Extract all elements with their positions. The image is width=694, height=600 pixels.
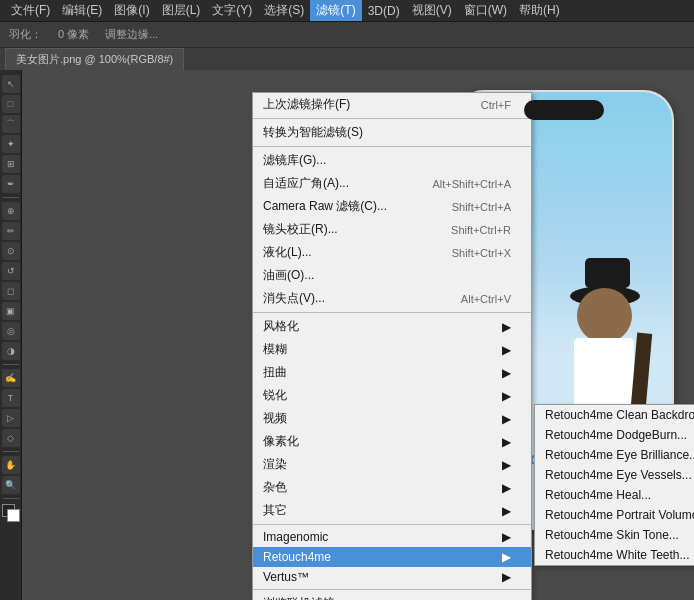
filter-adaptive[interactable]: 自适应广角(A)... Alt+Shift+Ctrl+A — [253, 172, 531, 195]
tool-pen[interactable]: ✍ — [2, 369, 20, 387]
filter-liquefy[interactable]: 液化(L)... Shift+Ctrl+X — [253, 241, 531, 264]
menu-item-3d[interactable]: 3D(D) — [362, 2, 406, 20]
menu-item-help[interactable]: 帮助(H) — [513, 0, 566, 21]
retouch-skin-tone[interactable]: Retouch4me Skin Tone... — [535, 525, 694, 545]
filter-vertus[interactable]: Vertus™ ▶ — [253, 567, 531, 587]
toolbar-feather-label: 羽化： — [5, 25, 46, 44]
filter-distort[interactable]: 扭曲 ▶ — [253, 361, 531, 384]
filter-last-label: 上次滤镜操作(F) — [263, 96, 350, 113]
retouch-portrait-volumes-label: Retouch4me Portrait Volumes... — [545, 508, 694, 522]
filter-last-shortcut: Ctrl+F — [481, 99, 511, 111]
chevron-right-icon-vertus: ▶ — [502, 570, 511, 584]
sep-1 — [253, 118, 531, 119]
filter-video-label: 视频 — [263, 410, 287, 427]
tool-move[interactable]: ↖ — [2, 75, 20, 93]
tool-hand[interactable]: ✋ — [2, 456, 20, 474]
filter-last[interactable]: 上次滤镜操作(F) Ctrl+F — [253, 93, 531, 116]
tool-divider-1 — [3, 197, 19, 198]
tool-stamp[interactable]: ⊙ — [2, 242, 20, 260]
tool-eraser[interactable]: ◻ — [2, 282, 20, 300]
tool-dodge[interactable]: ◑ — [2, 342, 20, 360]
filter-adaptive-shortcut: Alt+Shift+Ctrl+A — [432, 178, 511, 190]
filter-oilpaint[interactable]: 油画(O)... — [253, 264, 531, 287]
filter-sharpen-label: 锐化 — [263, 387, 287, 404]
filter-smart[interactable]: 转换为智能滤镜(S) — [253, 121, 531, 144]
tool-zoom[interactable]: 🔍 — [2, 476, 20, 494]
sep-2 — [253, 146, 531, 147]
chevron-right-icon-noise: ▶ — [502, 481, 511, 495]
filter-pixelate[interactable]: 像素化 ▶ — [253, 430, 531, 453]
menu-item-filter[interactable]: 滤镜(T) — [310, 0, 361, 21]
filter-gallery[interactable]: 滤镜库(G)... — [253, 149, 531, 172]
chevron-right-icon-other: ▶ — [502, 504, 511, 518]
filter-noise[interactable]: 杂色 ▶ — [253, 476, 531, 499]
filter-imagenomic[interactable]: Imagenomic ▶ — [253, 527, 531, 547]
tool-lasso[interactable]: ⌒ — [2, 115, 20, 133]
retouch-eye-brilliance[interactable]: Retouch4me Eye Brilliance... — [535, 445, 694, 465]
filter-blur[interactable]: 模糊 ▶ — [253, 338, 531, 361]
filter-camera-raw-shortcut: Shift+Ctrl+A — [452, 201, 511, 213]
tool-shape[interactable]: ◇ — [2, 429, 20, 447]
tool-eyedropper[interactable]: ✒ — [2, 175, 20, 193]
menu-item-layer[interactable]: 图层(L) — [156, 0, 207, 21]
color-boxes[interactable] — [2, 504, 20, 522]
filter-other-label: 其它 — [263, 502, 287, 519]
filter-browse[interactable]: 浏览联机滤镜... — [253, 592, 531, 600]
filter-browse-label: 浏览联机滤镜... — [263, 595, 345, 600]
chevron-right-icon-imagenomic: ▶ — [502, 530, 511, 544]
workspace: ↖ □ ⌒ ✦ ⊞ ✒ ⊕ ✏ ⊙ ↺ ◻ ▣ ◎ ◑ ✍ T ▷ ◇ ✋ 🔍 — [0, 70, 694, 600]
filter-lens[interactable]: 镜头校正(R)... Shift+Ctrl+R — [253, 218, 531, 241]
menu-item-edit[interactable]: 编辑(E) — [56, 0, 108, 21]
tool-heal[interactable]: ⊕ — [2, 202, 20, 220]
tool-blur[interactable]: ◎ — [2, 322, 20, 340]
menu-item-select[interactable]: 选择(S) — [258, 0, 310, 21]
menu-item-text[interactable]: 文字(Y) — [206, 0, 258, 21]
menu-item-view[interactable]: 视图(V) — [406, 0, 458, 21]
tool-wand[interactable]: ✦ — [2, 135, 20, 153]
menu-item-image[interactable]: 图像(I) — [108, 0, 155, 21]
tool-divider-2 — [3, 364, 19, 365]
toolbar-refine-edge[interactable]: 调整边缘... — [101, 25, 162, 44]
filter-other[interactable]: 其它 ▶ — [253, 499, 531, 522]
menu-item-file[interactable]: 文件(F) — [5, 0, 56, 21]
tool-history[interactable]: ↺ — [2, 262, 20, 280]
menu-item-window[interactable]: 窗口(W) — [458, 0, 513, 21]
retouch-dodgeburn[interactable]: Retouch4me DodgeBurn... — [535, 425, 694, 445]
retouch-clean-backdrop[interactable]: Retouch4me Clean Backdrop... — [535, 405, 694, 425]
retouch-portrait-volumes[interactable]: Retouch4me Portrait Volumes... — [535, 505, 694, 525]
filter-video[interactable]: 视频 ▶ — [253, 407, 531, 430]
filter-sharpen[interactable]: 锐化 ▶ — [253, 384, 531, 407]
phone-notch — [524, 100, 604, 120]
filter-noise-label: 杂色 — [263, 479, 287, 496]
filter-stylize[interactable]: 风格化 ▶ — [253, 315, 531, 338]
tool-marquee[interactable]: □ — [2, 95, 20, 113]
background-color[interactable] — [7, 509, 20, 522]
tool-divider-4 — [3, 498, 19, 499]
retouch-eye-vessels-label: Retouch4me Eye Vessels... — [545, 468, 692, 482]
filter-render[interactable]: 渲染 ▶ — [253, 453, 531, 476]
retouch-eye-vessels[interactable]: Retouch4me Eye Vessels... — [535, 465, 694, 485]
filter-oilpaint-label: 油画(O)... — [263, 267, 314, 284]
girl-head — [577, 288, 632, 343]
retouch-heal[interactable]: Retouch4me Heal... — [535, 485, 694, 505]
chevron-right-icon-pixelate: ▶ — [502, 435, 511, 449]
filter-camera-raw[interactable]: Camera Raw 滤镜(C)... Shift+Ctrl+A — [253, 195, 531, 218]
tool-crop[interactable]: ⊞ — [2, 155, 20, 173]
toolbar: 羽化： 0 像素 调整边缘... — [0, 22, 694, 48]
document-tab[interactable]: 美女图片.png @ 100%(RGB/8#) — [5, 48, 184, 70]
retouch-white-teeth-label: Retouch4me White Teeth... — [545, 548, 690, 562]
filter-retouch4me[interactable]: Retouch4me ▶ — [253, 547, 531, 567]
tool-brush[interactable]: ✏ — [2, 222, 20, 240]
filter-vanishpoint[interactable]: 消失点(V)... Alt+Ctrl+V — [253, 287, 531, 310]
filter-vanishpoint-label: 消失点(V)... — [263, 290, 325, 307]
tool-type[interactable]: T — [2, 389, 20, 407]
canvas-area: www.jyp.com 上次滤镜操作(F) Ctrl+F 转换为智能滤镜(S) … — [22, 70, 694, 600]
tool-path[interactable]: ▷ — [2, 409, 20, 427]
retouch-heal-label: Retouch4me Heal... — [545, 488, 651, 502]
toolbar-feather-value[interactable]: 0 像素 — [54, 25, 93, 44]
filter-liquefy-shortcut: Shift+Ctrl+X — [452, 247, 511, 259]
filter-lens-shortcut: Shift+Ctrl+R — [451, 224, 511, 236]
retouch-white-teeth[interactable]: Retouch4me White Teeth... — [535, 545, 694, 565]
tool-gradient[interactable]: ▣ — [2, 302, 20, 320]
chevron-right-icon-render: ▶ — [502, 458, 511, 472]
